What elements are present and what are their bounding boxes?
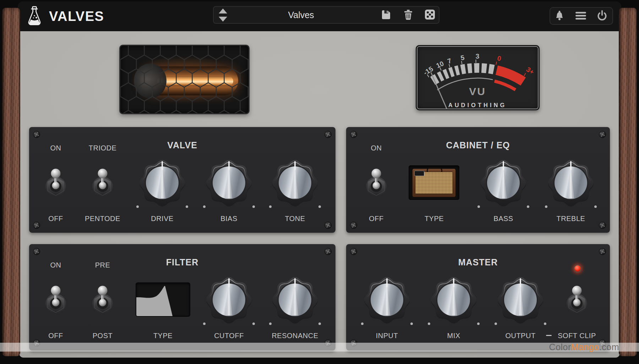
- toggle-pre-label: PRE: [67, 261, 138, 269]
- random-preset-button[interactable]: [423, 9, 437, 21]
- vu-scale-label: -15: [422, 65, 435, 77]
- plugin-body: -15 10 7 5 3 0 3+ VU AUDIOTHING VALVE ON: [19, 31, 620, 358]
- preset-bar: Valves: [213, 6, 439, 24]
- hex-grille-mesh: [120, 46, 248, 113]
- preset-prev-button[interactable]: [218, 8, 228, 14]
- screw-icon: [324, 248, 332, 255]
- vu-scale-label: 3+: [525, 66, 536, 76]
- vu-brand-label: AUDIOTHING: [448, 102, 507, 108]
- valve-tube-display: [119, 45, 250, 114]
- vu-scale-label: 0: [497, 54, 502, 62]
- cabinet-power-toggle[interactable]: [365, 166, 388, 200]
- toggle-on-label: ON: [341, 144, 412, 152]
- knob-label: DRIVE: [127, 215, 198, 223]
- input-knob[interactable]: [362, 275, 412, 325]
- output-knob[interactable]: [496, 275, 545, 325]
- knob-max-dot: [186, 205, 188, 208]
- power-button[interactable]: [594, 10, 610, 22]
- knob-label: BASS: [468, 215, 539, 223]
- knob-label: RESONANCE: [260, 332, 331, 340]
- type-label: TYPE: [399, 215, 470, 223]
- watermark: ColorMango.com: [0, 343, 639, 352]
- plugin-window: VALVES Valves: [0, 0, 639, 364]
- watermark-text: .com: [599, 342, 619, 352]
- notifications-button[interactable]: [552, 10, 567, 22]
- soft-clip-toggle[interactable]: [566, 283, 588, 317]
- knob-max-dot: [318, 205, 321, 208]
- valve-mode-toggle[interactable]: [91, 166, 114, 200]
- screw-icon: [350, 248, 357, 255]
- knob-max-dot: [252, 205, 255, 208]
- floppy-disk-icon: [380, 9, 392, 20]
- treble-knob[interactable]: [546, 158, 596, 208]
- hamburger-menu-icon: [575, 10, 587, 22]
- header-bar: VALVES Valves: [18, 1, 621, 31]
- type-label: TYPE: [127, 332, 198, 340]
- valve-power-toggle[interactable]: [44, 166, 67, 200]
- bell-icon: [553, 10, 566, 22]
- trash-icon: [402, 9, 414, 20]
- knob-label: TONE: [260, 215, 331, 223]
- filter-panel: FILTER ON OFF PRE POST TYPE: [29, 244, 335, 351]
- power-icon: [596, 10, 608, 22]
- tone-knob[interactable]: [270, 158, 320, 208]
- resonance-knob[interactable]: [270, 275, 320, 325]
- app-title: VALVES: [49, 9, 104, 24]
- screw-icon: [324, 131, 332, 138]
- drive-knob[interactable]: [137, 158, 187, 208]
- knob-label: BIAS: [193, 215, 264, 223]
- screw-icon: [599, 131, 606, 138]
- wood-panel-left: [2, 8, 20, 356]
- watermark-text: Color: [549, 342, 571, 352]
- valve-panel: VALVE ON OFF TRIODE PENTODE DRIVE: [29, 127, 335, 233]
- knob-max-dot: [544, 322, 546, 325]
- knob-max-dot: [477, 322, 480, 325]
- save-preset-button[interactable]: [379, 9, 393, 21]
- watermark-accent: Mango: [571, 342, 599, 352]
- up-arrow-icon: [219, 9, 227, 13]
- vu-unit-label: VU: [469, 86, 486, 97]
- knob-label: MIX: [418, 332, 489, 340]
- menu-button[interactable]: [573, 10, 589, 22]
- preset-nav: [218, 8, 228, 22]
- mix-knob[interactable]: [429, 275, 479, 325]
- knob-max-dot: [252, 322, 255, 325]
- filter-routing-toggle[interactable]: [91, 283, 114, 317]
- knob-label: TREBLE: [535, 215, 606, 223]
- bias-knob[interactable]: [204, 158, 254, 208]
- logo: VALVES: [24, 1, 104, 31]
- vu-scale-label: 3: [475, 53, 479, 60]
- bass-knob[interactable]: [479, 158, 528, 208]
- knob-label: INPUT: [351, 332, 422, 340]
- knob-max-dot: [318, 322, 321, 325]
- vu-scale-label: 7: [447, 57, 453, 65]
- knob-max-dot: [594, 205, 597, 208]
- cabinet-eq-panel: CABINET / EQ ON OFF TYPE BASS: [346, 127, 610, 233]
- knob-label: CUTOFF: [193, 332, 264, 340]
- dice-icon: [424, 9, 436, 20]
- preset-next-button[interactable]: [218, 16, 228, 22]
- system-controls: [550, 7, 613, 25]
- preset-name[interactable]: Valves: [234, 7, 368, 23]
- master-panel: MASTER INPUT MIX OUTPUT: [346, 244, 610, 351]
- vu-scale-label: 5: [460, 54, 465, 62]
- cutoff-knob[interactable]: [204, 275, 254, 325]
- wood-panel-right: [619, 8, 637, 356]
- down-arrow-icon: [219, 17, 227, 22]
- knob-max-dot: [410, 322, 413, 325]
- flask-icon: [24, 5, 45, 28]
- vu-scale-label: 10: [435, 60, 445, 70]
- vu-meter: -15 10 7 5 3 0 3+ VU AUDIOTHING: [416, 45, 540, 110]
- delete-preset-button[interactable]: [401, 9, 415, 21]
- filter-power-toggle[interactable]: [44, 283, 67, 317]
- toggle-triode-label: TRIODE: [67, 144, 138, 152]
- soft-clip-label: SOFT CLIP: [541, 332, 612, 340]
- knob-max-dot: [527, 205, 529, 208]
